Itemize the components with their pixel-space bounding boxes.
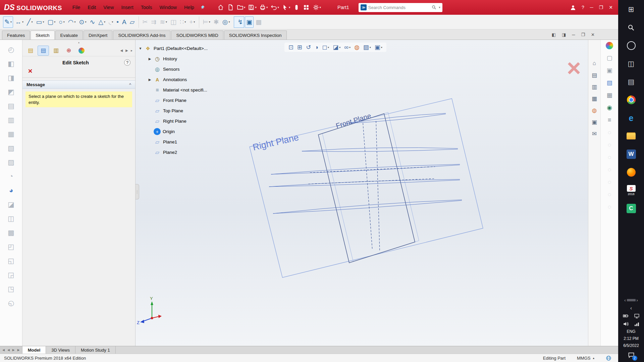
render-option-icon[interactable]: ◌ (605, 203, 614, 211)
options-gear-icon[interactable]: ▾ (312, 3, 322, 12)
tab-evaluate[interactable]: Evaluate (55, 31, 83, 40)
edge-app[interactable]: e (624, 111, 639, 125)
tab-model[interactable]: Model (22, 346, 46, 354)
ellipse-tool[interactable]: ⊙ ▾ (77, 16, 88, 28)
file-explorer-app[interactable] (624, 129, 639, 143)
feature-icon[interactable]: ◪ (5, 199, 17, 210)
render-option-icon[interactable]: ◌ (605, 166, 614, 174)
prev-manager-tab-arrow[interactable]: ◀ (120, 49, 123, 52)
camtasia-app[interactable]: C (624, 201, 639, 216)
expand-arrow-icon[interactable]: ▶ (146, 57, 153, 61)
scroll-right-icon[interactable]: › (637, 298, 638, 303)
right-plane-label[interactable]: Right Plane (252, 132, 300, 153)
home-icon[interactable] (217, 3, 225, 12)
custom-properties-icon[interactable]: ▣ (590, 118, 599, 126)
menu-file[interactable]: File (69, 3, 84, 12)
menu-help[interactable]: Help (180, 3, 198, 12)
plane-tool[interactable]: ▱ (128, 16, 136, 28)
tree-item[interactable]: ≡ Material <not specifi... (137, 85, 208, 95)
front-plane-label[interactable]: Front Plane (335, 112, 372, 130)
display-icon[interactable] (634, 313, 640, 319)
orientation-triad[interactable]: Y Z (137, 296, 162, 325)
displaymanager-tab[interactable]: ● (76, 46, 87, 55)
section-view-icon[interactable]: ◑ (314, 44, 319, 51)
view-settings-icon[interactable]: ▣ ▾ (374, 44, 383, 51)
view-orientation-icon[interactable]: ◻ ▾ (321, 44, 330, 51)
pane-right-icon[interactable]: ◨ (562, 32, 566, 37)
chrome-app[interactable] (624, 93, 639, 107)
more-manager-tabs-arrow[interactable]: ▸ (131, 49, 132, 52)
sketch-profile-curves[interactable] (269, 113, 462, 214)
edit-appearance-icon[interactable]: ◍ (354, 44, 360, 51)
feature-icon[interactable]: ▩ (5, 227, 17, 238)
start-button[interactable]: ⊞ (624, 2, 639, 17)
render-option-icon[interactable]: ◌ (605, 153, 614, 161)
store-app[interactable]: ▤ (624, 74, 639, 89)
search-icon[interactable] (432, 5, 436, 10)
zoom-to-area-icon[interactable]: ⊞ (297, 44, 303, 51)
select-cursor-icon[interactable]: ▾ (281, 3, 291, 12)
appearances-icon[interactable]: ◍ (590, 106, 599, 114)
graphics-viewport[interactable]: Right Plane Front Plane Y Z ▼ ❖ Part1 (D… (136, 40, 588, 346)
previous-view-icon[interactable]: ↺ (305, 44, 312, 51)
building-icon[interactable]: ▦ (605, 91, 614, 99)
instant2d-tool[interactable]: ▣ (245, 16, 254, 28)
earth-icon[interactable]: ◉ (605, 104, 614, 112)
task-view-button[interactable]: ◫ (624, 56, 639, 71)
pin-toolbar-icon[interactable] (200, 5, 205, 10)
word-app[interactable]: W (624, 147, 639, 162)
feature-icon[interactable]: ◕ (5, 185, 17, 196)
front-plane-outline[interactable] (318, 114, 415, 263)
help-button[interactable]: ? (582, 5, 584, 10)
display-style-icon[interactable]: ◪ ▾ (332, 44, 341, 51)
feature-icon[interactable]: ◧ (5, 58, 17, 69)
text-tool[interactable]: A (121, 16, 128, 28)
render-option-icon[interactable]: ◌ (605, 178, 614, 186)
centerpoint-arc-tool[interactable]: ◠ ▾ (67, 16, 77, 28)
feature-icon[interactable]: ▥ (5, 114, 17, 126)
first-tab-arrow[interactable]: ◀ (2, 348, 5, 352)
render-option-icon[interactable]: ◌ (605, 190, 614, 198)
confirmation-corner-cancel-icon[interactable]: ✕ (565, 59, 583, 77)
feature-icon[interactable]: ◫ (5, 213, 17, 224)
render-option-icon[interactable]: ◌ (605, 128, 614, 136)
tree-item[interactable]: ▶ A Annotations (137, 74, 208, 85)
design-library-icon[interactable]: ▤ (590, 71, 599, 79)
sketch-tool[interactable]: ✎ ▾ (3, 16, 13, 28)
spline-tool[interactable]: ∿ (88, 16, 96, 28)
battery-icon[interactable] (623, 313, 629, 319)
clock-time[interactable]: 2:12 PM (624, 336, 639, 341)
apply-scene-icon[interactable]: ▨ ▾ (363, 44, 372, 51)
appearance-ball-icon[interactable]: ● (605, 42, 614, 50)
smart-dimension-tool[interactable]: ↔ ▾ (14, 16, 25, 28)
move-entities-tool[interactable]: + ▾ (188, 16, 196, 28)
tree-item[interactable]: ▱ Right Plane (137, 116, 208, 126)
menu-window[interactable]: Window (156, 3, 181, 12)
tab-solidworks-mbd[interactable]: SOLIDWORKS MBD (171, 31, 223, 40)
doc-restore-icon[interactable]: ❐ (581, 32, 585, 37)
solidworks-resources-icon[interactable]: ⌂ (590, 59, 599, 67)
render-option-icon[interactable]: ◌ (605, 141, 614, 149)
forum-icon[interactable]: ✉ (590, 130, 599, 138)
scroll-left-icon[interactable]: ‹ (624, 298, 626, 303)
shaded-contours-tool[interactable]: ▩ (254, 16, 263, 28)
language-indicator[interactable]: ENG (627, 329, 635, 334)
feature-icon[interactable]: ◴ (5, 44, 17, 55)
tree-root[interactable]: ▼ ❖ Part1 (Default<<Default>... (137, 43, 208, 54)
scroll-thumb[interactable] (627, 299, 636, 301)
trim-entities-tool[interactable]: ✂ (139, 16, 149, 28)
new-document-icon[interactable] (226, 3, 235, 12)
tab-dimxpert[interactable]: DimXpert (84, 31, 112, 40)
tree-item[interactable]: + Origin (137, 126, 208, 137)
tab-solidworks-inspection[interactable]: SOLIDWORKS Inspection (224, 31, 287, 40)
linear-sketch-pattern-tool[interactable]: ∷ ▾ (178, 16, 187, 28)
propertymanager-tab[interactable]: ▤ (38, 46, 49, 55)
prev-tab-arrow[interactable]: ◀ (7, 348, 10, 352)
firefox-app[interactable] (624, 165, 639, 180)
view-palette-icon[interactable]: ▦ (590, 95, 599, 103)
tree-item[interactable]: ▱ Top Plane (137, 106, 208, 116)
tree-item[interactable]: ▱ Plane1 (137, 137, 208, 147)
display-grid-icon[interactable] (302, 3, 311, 12)
doc-minimize-icon[interactable]: ─ (572, 32, 575, 37)
open-icon[interactable]: ▾ (236, 3, 247, 12)
